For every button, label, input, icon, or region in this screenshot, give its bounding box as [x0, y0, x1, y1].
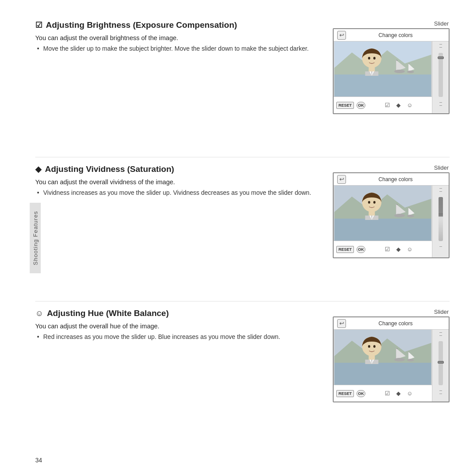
svg-point-42 [368, 345, 370, 348]
svg-point-21 [394, 214, 405, 217]
svg-point-27 [373, 201, 376, 204]
svg-rect-13 [365, 71, 379, 76]
svg-rect-17 [335, 219, 431, 241]
vividness-slider-thumb[interactable] [439, 214, 443, 216]
svg-rect-45 [365, 360, 379, 364]
svg-point-5 [394, 70, 405, 73]
hue-screen-wrapper: Slider ↩ Change colors [331, 309, 450, 402]
hue-icon: ☺ [35, 309, 43, 318]
brightness-bottom-icons: ☑ ◆ ☺ [368, 102, 429, 108]
sidebar-label: Shooting Features [30, 203, 41, 273]
section-hue-text: ☺ Adjusting Hue (White Balance) You can … [35, 309, 331, 342]
hue-bullets: Red increases as you move the slider up.… [35, 332, 317, 342]
svg-rect-33 [335, 363, 431, 385]
hue-slider-track[interactable] [439, 341, 443, 385]
vividness-bottombar: RESET OK ☑ ◆ ☺ [334, 241, 432, 257]
vividness-bullet-0: Vividness increases as you move the slid… [35, 188, 317, 198]
page-number: 34 [35, 457, 42, 464]
hue-mode-icon: ☑ [385, 390, 390, 397]
brightness-mode-icon: ☑ [385, 102, 390, 108]
vividness-screen-wrapper: Slider ↩ Change colors [331, 164, 450, 258]
brightness-reset-btn[interactable]: RESET [336, 102, 354, 109]
brightness-ok-btn[interactable]: OK [357, 102, 365, 109]
vividness-ok-btn[interactable]: OK [357, 246, 365, 253]
hue-desc: You can adjust the overall hue of the im… [35, 323, 317, 330]
vividness-camera-screen: ↩ Change colors [333, 172, 450, 258]
page: Shooting Features 34 ☑ Adjusting Brightn… [0, 0, 476, 476]
vividness-bullets: Vividness increases as you move the slid… [35, 188, 317, 198]
tick2 [439, 47, 442, 48]
vividness-slider-label: Slider [434, 164, 450, 171]
htick4 [439, 394, 442, 394]
hue-image-area [334, 330, 432, 385]
hue-diamond-icon: ◆ [396, 390, 401, 397]
hue-slider-area [432, 330, 449, 402]
vtick3 [439, 246, 442, 247]
htick2 [439, 335, 442, 336]
brightness-bullet-0: Move the slider up to make the subject b… [35, 44, 317, 54]
svg-point-8 [407, 71, 414, 73]
brightness-slider-thumb[interactable] [438, 56, 444, 59]
svg-point-24 [407, 215, 414, 217]
svg-point-40 [407, 359, 414, 361]
vividness-bottom-icons: ☑ ◆ ☺ [368, 246, 429, 253]
brightness-slider-label: Slider [434, 20, 450, 27]
brightness-bottombar: RESET OK ☑ ◆ ☺ [334, 97, 432, 113]
sections-container: ☑ Adjusting Brightness (Exposure Compens… [35, 13, 450, 463]
svg-point-43 [373, 345, 376, 348]
vtick2 [439, 191, 442, 192]
brightness-cam-title: Change colors [346, 32, 445, 38]
vividness-cam-title: Change colors [346, 176, 445, 182]
hue-slider-thumb[interactable] [438, 361, 444, 364]
hue-camera-screen: ↩ Change colors [333, 316, 450, 402]
htick3 [439, 390, 442, 391]
svg-rect-29 [365, 216, 379, 220]
hue-back-btn[interactable]: ↩ [337, 319, 346, 328]
brightness-diamond-icon: ◆ [396, 102, 401, 108]
vividness-desc: You can adjust the overall vividness of … [35, 178, 317, 186]
svg-point-26 [368, 201, 370, 204]
hue-bullet-0: Red increases as you move the slider up.… [35, 332, 317, 342]
hue-topbar: ↩ Change colors [334, 317, 449, 330]
vividness-mode-icon: ☑ [385, 246, 390, 253]
brightness-hue-icon: ☺ [407, 102, 413, 108]
hue-title: ☺ Adjusting Hue (White Balance) [35, 309, 317, 318]
section-vividness-text: ◆ Adjusting Vividness (Saturation) You c… [35, 164, 331, 198]
tick4 [439, 105, 442, 106]
vividness-icon: ◆ [35, 164, 41, 174]
vtick1 [439, 188, 442, 189]
svg-point-37 [394, 358, 405, 361]
brightness-slider-area [432, 41, 449, 113]
vividness-image-area [334, 186, 432, 241]
section-brightness-text: ☑ Adjusting Brightness (Exposure Compens… [35, 20, 331, 54]
tick3 [439, 102, 442, 103]
hue-ok-btn[interactable]: OK [357, 390, 365, 397]
tick1 [439, 44, 442, 45]
brightness-topbar: ↩ Change colors [334, 29, 449, 41]
hue-reset-btn[interactable]: RESET [336, 390, 354, 397]
htick1 [439, 332, 442, 333]
vividness-hue-icon: ☺ [407, 246, 413, 253]
vividness-back-btn[interactable]: ↩ [337, 175, 346, 184]
brightness-slider-track[interactable] [439, 53, 443, 97]
brightness-desc: You can adjust the overall brightness of… [35, 34, 317, 41]
svg-point-11 [373, 57, 376, 60]
vividness-slider-area [432, 186, 449, 257]
section-brightness: ☑ Adjusting Brightness (Exposure Compens… [35, 13, 450, 157]
brightness-camera-screen: ↩ Change colors [333, 28, 450, 114]
brightness-title: ☑ Adjusting Brightness (Exposure Compens… [35, 20, 317, 30]
brightness-back-btn[interactable]: ↩ [337, 31, 346, 40]
brightness-screen-wrapper: Slider ↩ Change colors [331, 20, 450, 114]
vividness-reset-btn[interactable]: RESET [336, 246, 354, 253]
hue-slider-label: Slider [434, 309, 450, 315]
hue-cam-title: Change colors [346, 320, 445, 327]
brightness-icon: ☑ [35, 20, 42, 30]
vividness-slider-track[interactable] [439, 197, 443, 241]
vividness-topbar: ↩ Change colors [334, 173, 449, 186]
hue-hue-icon: ☺ [407, 390, 413, 397]
section-vividness: ◆ Adjusting Vividness (Saturation) You c… [35, 157, 450, 301]
hue-bottombar: RESET OK ☑ ◆ ☺ [334, 385, 432, 402]
brightness-bullets: Move the slider up to make the subject b… [35, 44, 317, 54]
section-hue: ☺ Adjusting Hue (White Balance) You can … [35, 301, 450, 445]
vividness-diamond-icon: ◆ [396, 246, 401, 253]
